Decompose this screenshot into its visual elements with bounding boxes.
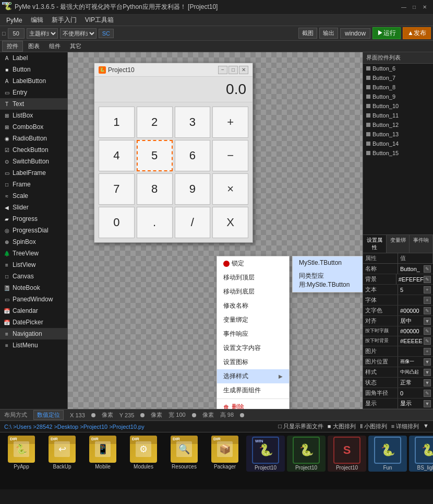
icon-project10-cmd[interactable]: CMD 🐍 Project10 — [287, 436, 326, 472]
calc-btn-plus[interactable]: + — [212, 107, 248, 138]
other-tab[interactable]: 其它 — [66, 41, 86, 51]
component-button6[interactable]: Button_6 — [363, 64, 433, 73]
menu-beginner[interactable]: 新手入门 — [47, 15, 81, 26]
calc-btn-clear[interactable]: X — [212, 207, 248, 238]
style-select[interactable]: 不使用样式 — [60, 28, 97, 39]
large-grid-btn[interactable]: ■ 大图排列 — [328, 423, 356, 430]
prop-edit-btn[interactable]: + — [424, 348, 431, 355]
widget-labelbutton[interactable]: A LabelButton — [0, 75, 67, 87]
ctx-set-text[interactable]: 设置文字内容 — [217, 341, 289, 355]
icon-pyapp[interactable]: DIR 🐍 PyApp — [2, 436, 41, 470]
widget-notebook[interactable]: 📓 NoteBook — [0, 282, 67, 294]
component-button14[interactable]: Button_14 — [363, 139, 433, 148]
widget-progress[interactable]: ▰ Progress — [0, 213, 67, 225]
close-button[interactable]: ✕ — [420, 3, 429, 11]
widget-radiobutton[interactable]: ◉ RadioButton — [0, 133, 67, 144]
calc-btn-dot[interactable]: . — [137, 207, 173, 238]
ctx-move-bottom[interactable]: 移动到底层 — [217, 285, 289, 299]
widget-frame[interactable]: □ Frame — [0, 179, 67, 190]
app-close-btn[interactable]: ✕ — [239, 66, 248, 74]
prop-edit-btn[interactable]: + — [424, 297, 431, 304]
calc-btn-5[interactable]: 5 — [137, 140, 173, 171]
calc-btn-9[interactable]: 9 — [175, 173, 211, 205]
widget-canvas[interactable]: □ Canvas — [0, 271, 67, 282]
ctx-delete[interactable]: 🗑 删除 — [217, 400, 289, 409]
menu-edit[interactable]: 编辑 — [27, 15, 47, 26]
ctx-set-icon[interactable]: 设置图标 — [217, 355, 289, 369]
widget-combobox[interactable]: ⊞ ComboBox — [0, 121, 67, 133]
maximize-button[interactable]: □ — [410, 3, 418, 11]
component-button11[interactable]: Button_11 — [363, 111, 433, 120]
calc-btn-divide[interactable]: / — [175, 207, 211, 238]
icon-fun-py[interactable]: PY. 🐍 Fun — [368, 436, 407, 472]
icon-bslight-py[interactable]: PY. 🐍 BS_light_ — [409, 436, 433, 472]
widget-listview[interactable]: ≡ ListView — [0, 259, 67, 271]
ctx-gen-component[interactable]: 生成界面组件 — [217, 383, 289, 397]
widget-checkbutton[interactable]: ☑ CheckButton — [0, 144, 67, 156]
ctx-rename[interactable]: 修改名称 — [217, 299, 289, 313]
widget-switchbutton[interactable]: ⊙ SwitchButton — [0, 156, 67, 167]
app-minimize-btn[interactable]: − — [218, 66, 227, 74]
prop-dropdown-btn[interactable]: ▼ — [424, 318, 431, 325]
positioning-select[interactable]: 数值定位 — [33, 410, 64, 420]
controls-tab[interactable]: 控件 — [2, 41, 23, 52]
publish-btn[interactable]: ▲发布 — [403, 27, 431, 39]
screenshot-btn[interactable]: 截图 — [298, 28, 317, 39]
app-maximize-btn[interactable]: □ — [228, 66, 238, 74]
component-button7[interactable]: Button_7 — [363, 73, 433, 83]
component-button13[interactable]: Button_13 — [363, 130, 433, 139]
widget-label[interactable]: A Label — [0, 52, 67, 64]
run-btn[interactable]: ▶运行 — [372, 27, 401, 39]
prop-edit-btn[interactable]: ✎ — [424, 265, 431, 273]
components-tab[interactable]: 组件 — [45, 41, 65, 51]
calc-btn-8[interactable]: 8 — [137, 173, 173, 205]
minimize-button[interactable]: — — [400, 3, 408, 11]
calc-btn-2[interactable]: 2 — [137, 107, 173, 138]
tab-properties[interactable]: 设置属性 — [363, 235, 387, 253]
calc-btn-4[interactable]: 4 — [99, 140, 135, 171]
widget-treeview[interactable]: 🌲 TreeView — [0, 248, 67, 259]
icon-backup[interactable]: DIR ↩ BackUp — [43, 436, 81, 470]
component-button9[interactable]: Button_9 — [363, 92, 433, 101]
ctx-event[interactable]: 事件响应 — [217, 327, 289, 341]
calc-btn-1[interactable]: 1 — [99, 107, 135, 138]
prop-edit-btn[interactable]: ✎ — [424, 337, 431, 345]
prop-edit-btn[interactable]: ✎ — [424, 276, 431, 283]
ctx-move-top[interactable]: 移动到顶层 — [217, 271, 289, 285]
window-btn[interactable]: window — [340, 28, 370, 39]
calc-btn-3[interactable]: 3 — [175, 107, 211, 138]
widget-spinbox[interactable]: ⊕ SpinBox — [0, 236, 67, 248]
widget-progressdial[interactable]: ◎ ProgressDial — [0, 225, 67, 236]
prop-dropdown-btn[interactable]: ▼ — [424, 369, 431, 376]
show-interface-files[interactable]: □ 只显示界面文件 — [278, 423, 323, 430]
icon-project10-win[interactable]: WIN 🐍 Project10 — [246, 436, 285, 472]
ctx-lock[interactable]: 锁定 — [217, 256, 289, 271]
widget-slider[interactable]: ◀ Slider — [0, 202, 67, 213]
submenu-item-mystle[interactable]: MyStle.TButton — [293, 256, 363, 269]
submenu-item-similar[interactable]: 同类型应用:MyStle.TButton — [293, 269, 363, 292]
prop-dropdown-btn[interactable]: ▼ — [424, 400, 431, 407]
calc-btn-minus[interactable]: − — [212, 140, 248, 171]
ctx-variable-bind[interactable]: 变量绑定 — [217, 313, 289, 327]
widget-panedwindow[interactable]: ▭ PanedWindow — [0, 294, 67, 305]
icon-resources[interactable]: DIR 🔍 Resources — [165, 436, 203, 470]
calc-btn-multiply[interactable]: × — [212, 173, 248, 205]
output-btn[interactable]: 输出 — [319, 28, 338, 39]
icon-mobile[interactable]: DIR 📱 Mobile — [83, 436, 122, 470]
icon-modules[interactable]: DIR ⚙ Modules — [124, 436, 163, 470]
widget-navigation[interactable]: ≡ Navigation — [0, 328, 67, 339]
component-button10[interactable]: Button_10 — [363, 101, 433, 111]
charts-tab[interactable]: 图表 — [24, 41, 44, 51]
widget-scale[interactable]: ≈ Scale — [0, 190, 67, 202]
prop-edit-btn[interactable]: ✎ — [424, 327, 431, 335]
widget-listmenu[interactable]: ≡ ListMenu — [0, 339, 67, 351]
sort-icon[interactable]: ▼ — [423, 423, 429, 430]
prop-edit-btn[interactable]: + — [424, 286, 431, 294]
menu-pyme[interactable]: PyMe — [2, 16, 27, 25]
font-size-input[interactable] — [8, 28, 25, 39]
detail-list-btn[interactable]: ≡ 详细排列 — [391, 423, 419, 430]
icon-packager[interactable]: DIR 📦 Packager — [206, 436, 244, 470]
small-grid-btn[interactable]: Ⅱ 小图排列 — [360, 423, 387, 430]
widget-text[interactable]: T Text — [0, 98, 67, 110]
prop-dropdown-btn[interactable]: ▼ — [424, 358, 431, 366]
